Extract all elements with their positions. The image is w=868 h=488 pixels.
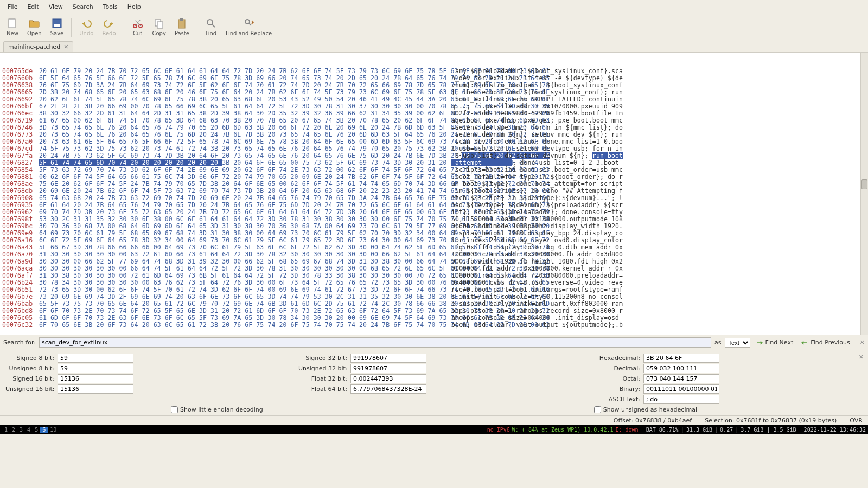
- arrow-left-icon: [801, 339, 808, 346]
- decode-value[interactable]: [643, 364, 719, 373]
- decode-value[interactable]: [58, 384, 133, 394]
- open-icon: [28, 17, 40, 29]
- svg-point-9: [207, 20, 213, 25]
- copy-button[interactable]: Copy: [149, 16, 169, 37]
- svg-rect-8: [180, 18, 183, 21]
- decode-label: Signed 32 bit:: [298, 355, 347, 362]
- tabstrip: mainline-patched ✕: [0, 40, 868, 53]
- close-icon[interactable]: ✕: [860, 339, 865, 346]
- new-icon: [7, 17, 18, 29]
- svg-rect-2: [54, 24, 60, 27]
- decode-value[interactable]: [350, 354, 426, 363]
- selection-label: Selection: 0x7681f to 0x76837 (0x19 byte…: [705, 417, 837, 424]
- workspace-2[interactable]: 2: [10, 427, 17, 433]
- status-disk: 3.7 GiB | 3.5 GiB: [741, 427, 796, 433]
- decode-value[interactable]: [350, 364, 426, 373]
- decode-label: Unsigned 8 bit:: [5, 365, 54, 372]
- status-clock: 2022-11-22 13:46:32: [804, 427, 866, 433]
- find-button[interactable]: Find: [202, 16, 220, 37]
- redo-button: Redo: [99, 16, 119, 37]
- svg-rect-7: [178, 20, 185, 28]
- save-button[interactable]: Save: [47, 16, 67, 37]
- findrepl-button[interactable]: Find and Replace: [222, 16, 275, 37]
- status-load: 0.27: [720, 427, 733, 433]
- decode-label: Octal:: [591, 375, 640, 382]
- undo-icon: [80, 17, 92, 29]
- decode-label: Signed 16 bit:: [5, 375, 54, 382]
- status-wifi: W: ( 84% at Zeus WP1) 10.0.42.1: [512, 427, 614, 433]
- menu-search[interactable]: Search: [68, 1, 98, 12]
- find-next-button[interactable]: Find Next: [754, 338, 796, 347]
- tab-mainline-patched[interactable]: mainline-patched ✕: [3, 41, 73, 52]
- decode-value[interactable]: [58, 354, 133, 363]
- menubar: FileEditViewSearchToolsHelp: [0, 0, 868, 14]
- close-icon[interactable]: ✕: [63, 43, 68, 50]
- tab-title: mainline-patched: [8, 43, 60, 50]
- decode-label: ASCII Text:: [591, 396, 640, 403]
- cut-button[interactable]: Cut: [129, 16, 147, 37]
- decode-label: Float 32 bit:: [298, 375, 347, 382]
- unsigned-hex-checkbox[interactable]: Show unsigned as hexadecimal: [594, 406, 697, 413]
- status-ipv6: no IPv6: [487, 427, 510, 433]
- workspace-4[interactable]: 4: [25, 427, 33, 433]
- decode-label: Signed 8 bit:: [5, 355, 54, 362]
- little-endian-checkbox[interactable]: Show little endian decoding: [171, 406, 263, 413]
- menu-file[interactable]: File: [3, 1, 22, 12]
- redo-icon: [103, 17, 115, 29]
- decode-value[interactable]: [643, 395, 719, 404]
- menu-edit[interactable]: Edit: [23, 1, 43, 12]
- paste-icon: [176, 17, 188, 29]
- search-input[interactable]: [39, 337, 711, 348]
- copy-icon: [153, 17, 165, 29]
- decode-value[interactable]: [58, 374, 133, 383]
- paste-button[interactable]: Paste: [171, 16, 193, 37]
- decode-value[interactable]: [643, 384, 719, 394]
- decode-label: Float 64 bit:: [298, 386, 347, 393]
- menu-tools[interactable]: Tools: [99, 1, 122, 12]
- workspace-1[interactable]: 1: [2, 427, 10, 433]
- decode-value[interactable]: [350, 384, 426, 394]
- status-battery: BAT 86.71%: [646, 427, 679, 433]
- scrollbar-thumb[interactable]: [861, 179, 867, 189]
- workspace-10[interactable]: 10: [48, 427, 59, 433]
- decode-label: Hexadecimal:: [591, 355, 640, 362]
- hex-view[interactable]: 000765de20 61 6E 79 20 24 7B 70 72 65 6C…: [0, 53, 868, 335]
- workspace-switcher[interactable]: 12345610: [2, 427, 59, 433]
- decode-label: Unsigned 32 bit:: [298, 365, 347, 372]
- statusbar: 12345610 no IPv6 W: ( 84% at Zeus WP1) 1…: [0, 425, 868, 434]
- arrow-right-icon: [756, 339, 763, 346]
- scrollbar[interactable]: [860, 53, 868, 335]
- save-icon: [51, 17, 63, 29]
- undo-button: Undo: [76, 16, 97, 37]
- findrepl-icon: [243, 17, 255, 29]
- overwrite-mode: OVR: [850, 417, 863, 424]
- menu-help[interactable]: Help: [123, 1, 145, 12]
- svg-rect-6: [157, 22, 163, 28]
- svg-point-10: [245, 20, 250, 24]
- search-label: Search for:: [3, 339, 36, 346]
- decode-label: Decimal:: [591, 365, 640, 372]
- offset-label: Offset: 0x76838 / 0xb4aef: [614, 417, 692, 424]
- decode-value[interactable]: [643, 354, 719, 363]
- offset-bar: Offset: 0x76838 / 0xb4aef Selection: 0x7…: [0, 415, 868, 425]
- decode-label: Unsigned 16 bit:: [5, 386, 54, 393]
- workspace-3[interactable]: 3: [17, 427, 25, 433]
- decode-pane: ✕ Signed 8 bit:Signed 32 bit:Hexadecimal…: [0, 350, 868, 415]
- cut-icon: [132, 17, 144, 29]
- search-type-select[interactable]: Text: [725, 338, 750, 348]
- workspace-6[interactable]: 6: [40, 427, 48, 433]
- close-icon[interactable]: ✕: [859, 354, 864, 361]
- hex-row[interactable]: 00076c326F 70 65 6E 3B 20 6F 73 64 20 63…: [2, 322, 866, 329]
- status-eth: E: down: [615, 427, 638, 433]
- decode-value[interactable]: [643, 374, 719, 383]
- decode-value[interactable]: [58, 364, 133, 373]
- searchbar: Search for: as Text Find Next Find Previ…: [0, 335, 868, 350]
- toolbar: NewOpenSaveUndoRedoCutCopyPasteFindFind …: [0, 14, 868, 40]
- workspace-5[interactable]: 5: [33, 427, 40, 433]
- new-button[interactable]: New: [3, 16, 22, 37]
- open-button[interactable]: Open: [24, 16, 45, 37]
- find-previous-button[interactable]: Find Previous: [799, 338, 852, 347]
- menu-view[interactable]: View: [44, 1, 67, 12]
- decode-value[interactable]: [350, 374, 426, 383]
- svg-rect-0: [9, 19, 15, 28]
